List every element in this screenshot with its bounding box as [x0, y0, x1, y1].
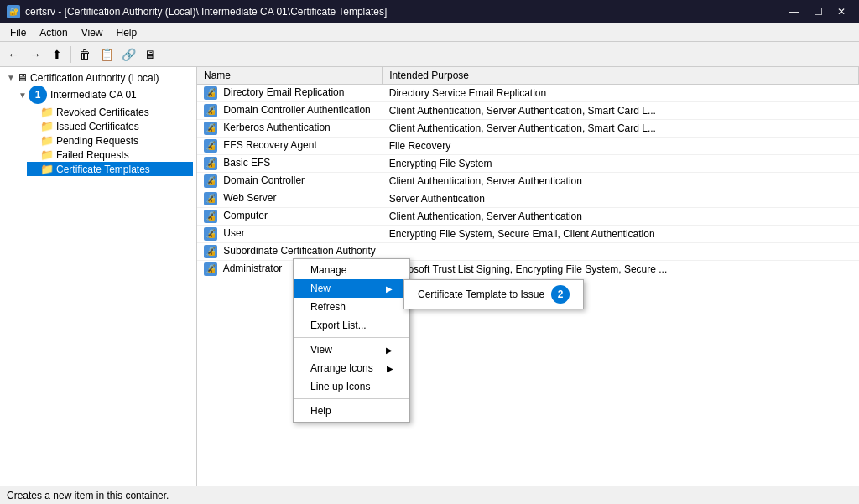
menu-bar: File Action View Help — [0, 23, 859, 42]
ctx-new-label: New — [310, 283, 331, 294]
table-row[interactable]: 🔏 Domain Controller Authentication Clien… — [197, 102, 859, 120]
tree-ca-item[interactable]: ▼ 1 Intermediate CA 01 — [15, 85, 193, 105]
title-bar-controls[interactable]: — ☐ ✕ — [784, 3, 852, 20]
table-row[interactable]: 🔏 Kerberos Authentication Client Authent… — [197, 120, 859, 138]
cert-purpose: Server Authentication — [389, 193, 485, 205]
ctx-view-arrow: ▶ — [386, 346, 393, 355]
ctx-export[interactable]: Export List... — [294, 316, 409, 335]
ctx-view[interactable]: View ▶ — [294, 340, 409, 359]
cert-name-cell: 🔏 Computer — [197, 208, 383, 226]
submenu-cert-template[interactable]: Certificate Template to Issue 2 — [404, 282, 583, 307]
submenu: Certificate Template to Issue 2 — [403, 279, 584, 309]
title-bar: 🔐 certsrv - [Certification Authority (Lo… — [0, 0, 859, 23]
cert-name-cell: 🔏 Basic EFS — [197, 155, 383, 173]
tree-ca-label: Intermediate CA 01 — [50, 89, 137, 101]
submenu-cert-label: Certificate Template to Issue — [418, 288, 544, 300]
refresh-button[interactable]: 🔗 — [118, 44, 138, 65]
table-row[interactable]: 🔏 User Encrypting File System, Secure Em… — [197, 226, 859, 243]
cert-name-cell: 🔏 Web Server — [197, 190, 383, 208]
col-name[interactable]: Name — [197, 67, 383, 85]
col-purpose[interactable]: Intended Purpose — [383, 67, 859, 85]
back-button[interactable]: ← — [3, 44, 23, 65]
cert-table: Name Intended Purpose 🔏 Directory Email … — [197, 67, 859, 278]
cert-purpose: File Recovery — [389, 140, 450, 152]
cert-purpose: Client Authentication, Server Authentica… — [389, 122, 656, 134]
menu-view[interactable]: View — [75, 25, 110, 40]
menu-file[interactable]: File — [3, 25, 33, 40]
cert-icon: 🔏 — [204, 192, 217, 205]
table-row[interactable]: 🔏 EFS Recovery Agent File Recovery — [197, 138, 859, 155]
ctx-manage[interactable]: Manage — [294, 261, 409, 279]
cert-icon: 🔏 — [204, 227, 217, 241]
delete-button[interactable]: 🗑 — [75, 44, 95, 65]
title-bar-left: 🔐 certsrv - [Certification Authority (Lo… — [7, 5, 387, 18]
cert-icon: 🔏 — [204, 86, 217, 100]
ctx-refresh[interactable]: Refresh — [294, 298, 409, 316]
export-button[interactable]: 🖥 — [140, 44, 160, 65]
cert-icon: 🔏 — [204, 104, 217, 117]
title-text: certsrv - [Certification Authority (Loca… — [25, 6, 387, 18]
tree-pending[interactable]: 📁 Pending Requests — [27, 133, 193, 148]
tree-badge-1: 1 — [29, 86, 47, 104]
menu-help[interactable]: Help — [110, 25, 144, 40]
ctx-new[interactable]: New ▶ — [294, 279, 409, 298]
ctx-lineup[interactable]: Line up Icons — [294, 377, 409, 396]
ctx-help[interactable]: Help — [294, 402, 409, 420]
cert-purpose-cell: Encrypting File System, Secure Email, Cl… — [383, 226, 859, 243]
templates-icon: 📁 — [40, 163, 54, 175]
table-row[interactable]: 🔏 Basic EFS Encrypting File System — [197, 155, 859, 173]
revoked-icon: 📁 — [40, 106, 54, 118]
properties-button[interactable]: 📋 — [96, 44, 117, 65]
cert-purpose: Client Authentication, Server Authentica… — [389, 175, 582, 187]
tree-root: ▼ 🖥 Certification Authority (Local) ▼ 1 … — [3, 70, 193, 176]
cert-purpose-cell: Client Authentication, Server Authentica… — [383, 102, 859, 120]
minimize-button[interactable]: — — [784, 3, 805, 20]
forward-button[interactable]: → — [25, 44, 45, 65]
toolbar: ← → ⬆ 🗑 📋 🔗 🖥 — [0, 42, 859, 67]
ctx-sep2 — [294, 398, 409, 399]
cert-name: Administrator — [223, 262, 283, 274]
failed-icon: 📁 — [40, 148, 54, 161]
table-row[interactable]: 🔏 Directory Email Replication Directory … — [197, 85, 859, 102]
tree-failed[interactable]: 📁 Failed Requests — [27, 148, 193, 162]
table-row[interactable]: 🔏 Domain Controller Client Authenticatio… — [197, 173, 859, 190]
cert-icon: 🔏 — [204, 245, 217, 258]
cert-name: EFS Recovery Agent — [223, 139, 316, 151]
tree-revoked[interactable]: 📁 Revoked Certificates — [27, 105, 193, 119]
toolbar-separator — [70, 46, 71, 63]
ctx-manage-label: Manage — [310, 264, 346, 276]
cert-name-cell: 🔏 Domain Controller — [197, 173, 383, 190]
status-bar: Creates a new item in this container. — [0, 486, 859, 504]
tree-root-item[interactable]: ▼ 🖥 Certification Authority (Local) — [3, 70, 193, 85]
cert-purpose-cell: Client Authentication, Server Authentica… — [383, 208, 859, 226]
cert-icon: 🔏 — [204, 139, 217, 153]
status-text: Creates a new item in this container. — [7, 490, 169, 501]
tree-revoked-label: Revoked Certificates — [56, 107, 149, 118]
tree-root-label: Certification Authority (Local) — [30, 72, 159, 84]
maximize-button[interactable]: ☐ — [807, 3, 829, 20]
table-row[interactable]: 🔏 Web Server Server Authentication — [197, 190, 859, 208]
root-expander: ▼ — [5, 73, 17, 82]
cert-name-cell: 🔏 Domain Controller Authentication — [197, 102, 383, 120]
cert-purpose: Client Authentication, Server Authentica… — [389, 210, 582, 222]
ca-expander: ▼ — [17, 91, 29, 100]
menu-action[interactable]: Action — [33, 25, 74, 40]
main-content: ▼ 🖥 Certification Authority (Local) ▼ 1 … — [0, 67, 859, 486]
cert-name: User — [223, 227, 244, 239]
table-row[interactable]: 🔏 Computer Client Authentication, Server… — [197, 208, 859, 226]
tree-issued[interactable]: 📁 Issued Certificates — [27, 119, 193, 133]
ca-node-container: ▼ 1 Intermediate CA 01 📁 Revoked Certifi… — [3, 85, 193, 176]
cert-name: Web Server — [223, 192, 276, 204]
tree-cert-templates[interactable]: 📁 Certificate Templates — [27, 162, 193, 176]
tree-templates-label: Certificate Templates — [56, 164, 150, 175]
ctx-arrange-arrow: ▶ — [387, 364, 393, 373]
ctx-lineup-label: Line up Icons — [310, 381, 370, 392]
close-button[interactable]: ✕ — [830, 3, 852, 20]
cert-purpose: Directory Service Email Replication — [389, 87, 546, 99]
ctx-arrange[interactable]: Arrange Icons ▶ — [294, 359, 409, 377]
cert-icon: 🔏 — [204, 174, 217, 188]
cert-icon: 🔏 — [204, 122, 217, 135]
up-button[interactable]: ⬆ — [47, 44, 67, 65]
ctx-view-label: View — [310, 344, 332, 356]
cert-purpose-cell: Server Authentication — [383, 190, 859, 208]
